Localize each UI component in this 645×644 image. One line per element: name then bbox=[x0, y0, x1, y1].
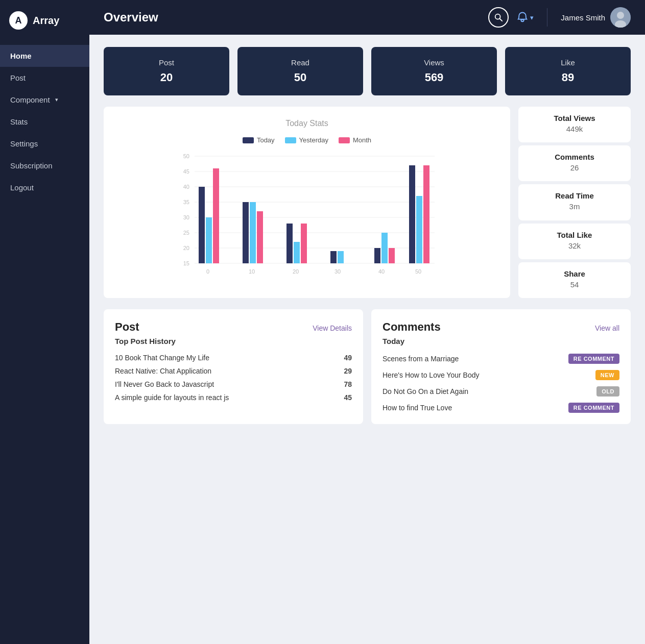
svg-text:40: 40 bbox=[378, 268, 385, 275]
bottom-row: Post View Details Top Post History 10 Bo… bbox=[104, 309, 631, 424]
sidebar-item-stats[interactable]: Stats bbox=[0, 111, 89, 133]
stat-post-label: Post bbox=[159, 58, 174, 67]
stat-post-value: 20 bbox=[160, 71, 173, 84]
post-card-header: Post View Details bbox=[115, 320, 352, 334]
side-stat-total-like: Total Like 32k bbox=[518, 224, 631, 259]
bar bbox=[301, 224, 307, 263]
stat-views-label: Views bbox=[424, 58, 444, 67]
post-view-details-link[interactable]: View Details bbox=[313, 324, 352, 332]
svg-text:40: 40 bbox=[183, 184, 189, 190]
read-time-value: 3m bbox=[569, 202, 580, 211]
post-card-title: Post bbox=[115, 320, 139, 334]
svg-point-3 bbox=[617, 12, 624, 19]
content-area: Post 20 Read 50 Views 569 Like 89 Today … bbox=[89, 35, 645, 644]
comment-list-item: Do Not Go On a Diet Again OLD bbox=[383, 386, 619, 397]
bar bbox=[374, 248, 380, 263]
comments-label: Comments bbox=[555, 153, 594, 161]
sidebar-item-component[interactable]: Component ▾ bbox=[0, 89, 89, 111]
stat-card-post: Post 20 bbox=[104, 47, 229, 95]
logo-name: Array bbox=[33, 15, 59, 27]
bar bbox=[330, 251, 337, 263]
post-list-item: I'll Never Go Back to Javascript 78 bbox=[115, 380, 352, 388]
legend-month: Month bbox=[339, 136, 371, 144]
stat-read-value: 50 bbox=[294, 71, 306, 84]
stat-card-like: Like 89 bbox=[505, 47, 631, 95]
comment-badge-1: NEW bbox=[595, 370, 619, 380]
comments-view-all-link[interactable]: View all bbox=[595, 324, 619, 332]
svg-line-1 bbox=[500, 18, 503, 21]
user-info: James Smith bbox=[561, 7, 631, 28]
svg-text:25: 25 bbox=[183, 230, 189, 236]
chart-section: Today Stats Today Yesterday Month bbox=[104, 107, 631, 298]
post-list-item: React Native: Chat Application 29 bbox=[115, 367, 352, 375]
sidebar-item-subscription[interactable]: Subscription bbox=[0, 155, 89, 177]
total-like-value: 32k bbox=[568, 241, 581, 250]
post-item-count-0: 49 bbox=[344, 354, 352, 362]
share-label: Share bbox=[564, 269, 585, 278]
comment-badge-0: RE COMMENT bbox=[568, 354, 619, 364]
header: Overview ▾ James Smith bbox=[89, 0, 645, 35]
post-list-item: 10 Book That Change My Life 49 bbox=[115, 354, 352, 362]
bell-arrow: ▾ bbox=[530, 14, 534, 21]
sidebar-item-home[interactable]: Home bbox=[0, 45, 89, 67]
legend-today-dot bbox=[243, 137, 254, 143]
comment-badge-2: OLD bbox=[596, 386, 619, 397]
sidebar-item-post[interactable]: Post bbox=[0, 67, 89, 89]
svg-text:10: 10 bbox=[249, 268, 255, 275]
read-time-label: Read Time bbox=[555, 191, 594, 200]
comment-item-title-3: How to find True Love bbox=[383, 404, 452, 412]
bar bbox=[213, 168, 219, 263]
user-name: James Smith bbox=[561, 13, 605, 22]
comment-item-title-1: Here's How to Love Your Body bbox=[383, 371, 479, 379]
bar bbox=[243, 202, 249, 263]
sidebar-item-settings[interactable]: Settings bbox=[0, 133, 89, 155]
bar bbox=[199, 187, 205, 263]
bar bbox=[338, 251, 344, 263]
total-views-value: 449k bbox=[566, 125, 583, 133]
search-button[interactable] bbox=[488, 7, 509, 28]
post-card: Post View Details Top Post History 10 Bo… bbox=[104, 309, 363, 424]
bar bbox=[381, 233, 388, 263]
comment-list-item: Here's How to Love Your Body NEW bbox=[383, 370, 619, 380]
share-value: 54 bbox=[570, 280, 579, 289]
post-list-item: A simple guide for layouts in react js 4… bbox=[115, 393, 352, 402]
stat-like-value: 89 bbox=[562, 71, 574, 84]
comment-badge-3: RE COMMENT bbox=[568, 403, 619, 413]
sidebar-nav: Home Post Component ▾ Stats Settings Sub… bbox=[0, 41, 89, 203]
bar bbox=[206, 217, 212, 263]
bar bbox=[389, 248, 395, 263]
stat-like-label: Like bbox=[561, 58, 575, 67]
svg-text:50: 50 bbox=[415, 268, 421, 275]
bell-icon bbox=[517, 12, 528, 23]
bar bbox=[423, 165, 429, 263]
sidebar-item-logout[interactable]: Logout bbox=[0, 177, 89, 199]
bar-chart: 50 45 40 35 30 25 20 15 bbox=[115, 151, 499, 284]
comment-item-title-0: Scenes from a Marriage bbox=[383, 355, 459, 363]
legend-yesterday: Yesterday bbox=[285, 136, 328, 144]
comments-card-subtitle: Today bbox=[383, 337, 619, 345]
svg-text:35: 35 bbox=[183, 199, 189, 205]
avatar bbox=[610, 7, 631, 28]
svg-text:20: 20 bbox=[183, 245, 189, 251]
post-card-subtitle: Top Post History bbox=[115, 337, 352, 345]
svg-text:0: 0 bbox=[206, 268, 209, 275]
total-like-label: Total Like bbox=[557, 231, 592, 239]
chart-card: Today Stats Today Yesterday Month bbox=[104, 107, 510, 298]
side-stats: Total Views 449k Comments 26 Read Time 3… bbox=[518, 107, 631, 298]
post-item-count-3: 45 bbox=[344, 393, 352, 402]
svg-text:30: 30 bbox=[183, 214, 189, 220]
page-title: Overview bbox=[104, 10, 480, 24]
bar bbox=[409, 165, 415, 263]
bar bbox=[294, 242, 300, 263]
legend-yesterday-dot bbox=[285, 137, 296, 143]
comments-card-header: Comments View all bbox=[383, 320, 619, 334]
notification-bell[interactable]: ▾ bbox=[517, 12, 534, 23]
comment-list: Scenes from a Marriage RE COMMENT Here's… bbox=[383, 354, 619, 413]
total-views-label: Total Views bbox=[554, 114, 595, 122]
comment-list-item: How to find True Love RE COMMENT bbox=[383, 403, 619, 413]
main-area: Overview ▾ James Smith Post 20 bbox=[89, 0, 645, 644]
sidebar: A Array Home Post Component ▾ Stats Sett… bbox=[0, 0, 89, 644]
search-icon bbox=[494, 13, 503, 22]
comments-card: Comments View all Today Scenes from a Ma… bbox=[371, 309, 631, 424]
legend-yesterday-label: Yesterday bbox=[299, 136, 328, 144]
